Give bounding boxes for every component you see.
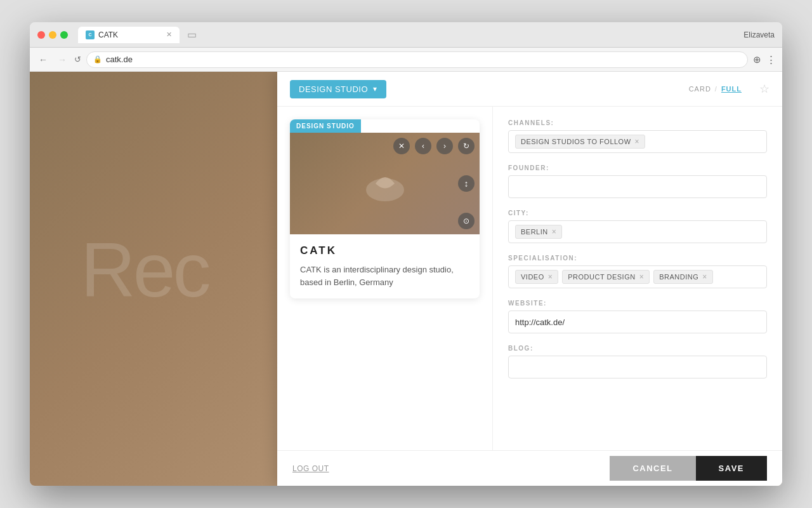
menu-icon[interactable]: ⋮	[766, 54, 776, 65]
overlay-bottom-bar: LOG OUT CANCEL SAVE	[277, 450, 782, 486]
channels-remove-button[interactable]: ×	[635, 137, 640, 146]
form-column: CHANNELS: DESIGN STUDIOS TO FOLLOW × FOU…	[493, 107, 782, 450]
fullscreen-window-button[interactable]	[60, 31, 68, 39]
card-image-decoration	[360, 158, 410, 209]
card-description: CATK is an interdisciplinary design stud…	[300, 264, 469, 288]
specialisation-field-box[interactable]: VIDEO × PRODUCT DESIGN × BRANDING ×	[508, 265, 767, 288]
card-preview-column: DESIGN STUDIO ✕ ‹ › ↻ ↕ ⊙	[277, 107, 493, 450]
spec-video-remove[interactable]: ×	[548, 272, 553, 281]
logout-link[interactable]: LOG OUT	[292, 464, 329, 473]
view-separator: /	[715, 85, 717, 93]
overlay-panel: DESIGN STUDIO ▾ CARD / FULL ☆ DESIGN STU…	[277, 72, 782, 486]
blog-label: BLOG:	[508, 345, 767, 352]
website-input[interactable]	[508, 311, 767, 333]
tab-favicon: C	[86, 30, 95, 39]
bottom-actions: CANCEL SAVE	[610, 456, 767, 481]
view-toggle: CARD / FULL	[689, 85, 742, 93]
spec-tag-product-design-text: PRODUCT DESIGN	[568, 273, 635, 281]
image-next-button[interactable]: ›	[436, 138, 453, 154]
card-image-area: ✕ ‹ › ↻ ↕ ⊙	[290, 133, 480, 234]
address-bar[interactable]: 🔒 catk.de	[86, 51, 748, 68]
channels-label: CHANNELS:	[508, 119, 767, 126]
hero-text: Rec	[81, 226, 208, 314]
blog-input[interactable]	[508, 356, 767, 378]
browser-window: C CATK ✕ ▭ Elizaveta ← → ↺ 🔒 catk.de ⊕ ⋮…	[30, 22, 782, 486]
city-tag-chip: BERLIN ×	[515, 225, 562, 239]
star-button[interactable]: ☆	[759, 82, 769, 96]
spec-tag-branding-text: BRANDING	[659, 273, 698, 281]
user-name: Elizaveta	[743, 30, 775, 39]
reload-button[interactable]: ↺	[74, 55, 81, 64]
studio-card: DESIGN STUDIO ✕ ‹ › ↻ ↕ ⊙	[290, 119, 480, 298]
chevron-down-icon: ▾	[373, 84, 377, 93]
image-camera-button[interactable]: ⊙	[458, 213, 475, 229]
spec-tag-video: VIDEO ×	[515, 270, 558, 284]
blog-field-group: BLOG:	[508, 345, 767, 378]
card-tag: DESIGN STUDIO	[290, 119, 361, 133]
close-window-button[interactable]	[37, 31, 45, 39]
traffic-lights	[37, 31, 68, 39]
tab-close-button[interactable]: ✕	[166, 30, 172, 39]
browser-tab[interactable]: C CATK ✕	[78, 27, 180, 43]
spec-tag-video-text: VIDEO	[521, 273, 544, 281]
lock-icon: 🔒	[93, 55, 102, 64]
overlay-body: DESIGN STUDIO ✕ ‹ › ↻ ↕ ⊙	[277, 107, 782, 450]
cancel-button[interactable]: CANCEL	[610, 456, 695, 481]
city-field-box[interactable]: BERLIN ×	[508, 220, 767, 243]
card-image-controls: ✕ ‹ › ↻	[290, 133, 480, 159]
type-dropdown[interactable]: DESIGN STUDIO ▾	[290, 80, 386, 98]
city-field-group: CITY: BERLIN ×	[508, 210, 767, 243]
toolbar-actions: ⊕ ⋮	[753, 54, 776, 65]
specialisation-label: SPECIALISATION:	[508, 255, 767, 262]
new-tab-button[interactable]: ▭	[182, 26, 202, 43]
founder-label: FOUNDER:	[508, 164, 767, 171]
spec-tag-branding: BRANDING ×	[653, 270, 713, 284]
spec-branding-remove[interactable]: ×	[702, 272, 707, 281]
browser-toolbar: ← → ↺ 🔒 catk.de ⊕ ⋮	[30, 48, 782, 72]
tab-area: C CATK ✕ ▭	[78, 26, 738, 43]
image-rotate-button[interactable]: ↻	[458, 138, 475, 154]
minimize-window-button[interactable]	[49, 31, 56, 39]
channels-tag-text: DESIGN STUDIOS TO FOLLOW	[521, 138, 631, 145]
city-remove-button[interactable]: ×	[552, 227, 557, 236]
founder-input[interactable]	[508, 175, 767, 198]
view-full-label[interactable]: FULL	[721, 85, 742, 93]
card-body: CATK CATK is an interdisciplinary design…	[290, 234, 480, 298]
website-label: WEBSITE:	[508, 300, 767, 307]
overlay-topbar: DESIGN STUDIO ▾ CARD / FULL ☆	[277, 72, 782, 107]
city-label: CITY:	[508, 210, 767, 217]
card-title: CATK	[300, 244, 469, 257]
founder-field-group: FOUNDER:	[508, 164, 767, 198]
url-text: catk.de	[106, 55, 133, 64]
channels-field-box[interactable]: DESIGN STUDIOS TO FOLLOW ×	[508, 130, 767, 153]
browser-content: Rec ✦ DESIGN STUDIO ▾ CARD /	[30, 72, 782, 486]
image-move-handle[interactable]: ↕	[458, 175, 475, 192]
specialisation-field-group: SPECIALISATION: VIDEO × PRODUCT DESIGN ×	[508, 255, 767, 288]
view-card-label[interactable]: CARD	[689, 85, 711, 93]
forward-button[interactable]: →	[55, 53, 69, 66]
type-dropdown-label: DESIGN STUDIO	[299, 84, 368, 94]
channels-field-group: CHANNELS: DESIGN STUDIOS TO FOLLOW ×	[508, 119, 767, 153]
channels-tag-chip: DESIGN STUDIOS TO FOLLOW ×	[515, 135, 645, 149]
back-button[interactable]: ←	[36, 53, 50, 66]
save-button[interactable]: SAVE	[696, 456, 767, 481]
browser-titlebar: C CATK ✕ ▭ Elizaveta	[30, 22, 782, 48]
city-tag-text: BERLIN	[521, 228, 548, 236]
image-close-button[interactable]: ✕	[393, 138, 410, 154]
tab-title: CATK	[98, 30, 118, 39]
spec-product-remove[interactable]: ×	[639, 272, 645, 281]
website-field-group: WEBSITE:	[508, 300, 767, 333]
spec-tag-product-design: PRODUCT DESIGN ×	[562, 270, 650, 284]
image-prev-button[interactable]: ‹	[415, 138, 431, 154]
extensions-icon[interactable]: ⊕	[753, 54, 761, 65]
